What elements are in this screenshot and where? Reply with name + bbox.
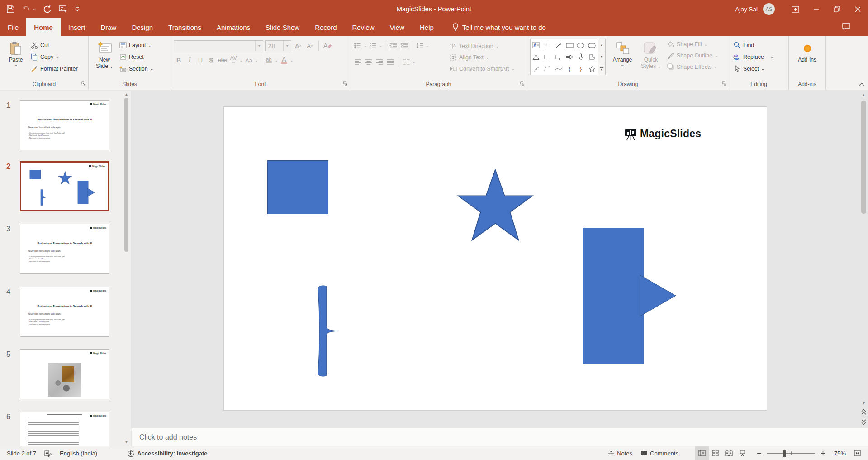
shape-tall-rectangle[interactable] <box>583 228 644 364</box>
shape-line-icon[interactable] <box>542 39 553 51</box>
shape-rectangle-icon[interactable] <box>564 39 575 51</box>
shrink-font-button[interactable]: A˅ <box>305 40 315 52</box>
tab-draw[interactable]: Draw <box>93 18 124 36</box>
increase-indent-button[interactable] <box>399 40 409 52</box>
bullets-chevron[interactable]: ⌄ <box>364 44 367 48</box>
collapse-ribbon-icon[interactable] <box>859 80 864 88</box>
line-spacing-button[interactable] <box>415 40 425 52</box>
slide-scroll-thumb[interactable] <box>861 101 866 214</box>
font-name-dropdown-chevron[interactable]: ▾ <box>255 41 263 51</box>
slide-scroll-up-icon[interactable]: ▲ <box>860 91 867 98</box>
gallery-scroll-up-icon[interactable]: ▲ <box>598 39 605 51</box>
highlight-color-button[interactable]: ab <box>264 54 274 66</box>
slide-thumbnail-3[interactable]: MagicSlides Professional Presentations i… <box>20 224 109 274</box>
tab-record[interactable]: Record <box>307 18 344 36</box>
addins-button[interactable]: Add-ins <box>792 39 823 79</box>
user-name[interactable]: Ajay Sai <box>735 6 758 13</box>
shape-curve-icon[interactable] <box>553 63 564 75</box>
tab-review[interactable]: Review <box>345 18 382 36</box>
paste-button[interactable]: Paste ⌄ <box>3 39 29 79</box>
new-slide-button[interactable]: New Slide ⌄ <box>91 39 118 79</box>
zoom-slider[interactable] <box>767 453 815 454</box>
slide-scrollbar[interactable]: ▲ ▼ <box>860 91 867 427</box>
tab-animations[interactable]: Animations <box>209 18 258 36</box>
quick-styles-chevron[interactable]: ⌄ <box>657 64 661 69</box>
new-slide-dropdown-chevron[interactable]: ⌄ <box>109 64 113 69</box>
customize-qat-icon[interactable] <box>75 3 80 15</box>
section-dropdown-chevron[interactable]: ⌄ <box>150 67 154 71</box>
select-button[interactable]: Select ⌄ <box>732 63 774 74</box>
text-direction-button[interactable]: A Text Direction ⌄ <box>448 41 516 51</box>
slide-sorter-view-button[interactable] <box>709 446 722 460</box>
numbering-button[interactable] <box>368 40 378 52</box>
font-color-button[interactable]: A <box>279 54 289 66</box>
tab-insert[interactable]: Insert <box>61 18 93 36</box>
comments-toggle[interactable]: Comments <box>636 446 683 460</box>
start-slideshow-icon[interactable] <box>59 3 68 15</box>
highlight-color-chevron[interactable]: ⌄ <box>275 58 278 62</box>
shape-rectangle[interactable] <box>267 160 328 214</box>
slideshow-view-button[interactable] <box>736 446 749 460</box>
tell-me-box[interactable]: Tell me what you want to do <box>452 18 546 36</box>
shape-triangle-icon[interactable] <box>531 51 542 63</box>
justify-button[interactable] <box>385 56 395 68</box>
underline-button[interactable]: U <box>195 54 205 66</box>
shape-scribble-icon[interactable] <box>531 63 542 75</box>
shape-right-brace-icon[interactable]: } <box>575 63 587 75</box>
clipboard-dialog-launcher-icon[interactable] <box>81 81 86 87</box>
thumb-scroll-up-icon[interactable]: ▲ <box>123 91 129 97</box>
copy-button[interactable]: Copy ⌄ <box>29 52 79 62</box>
shape-right-arrow-icon[interactable] <box>564 51 575 63</box>
previous-slide-button[interactable] <box>860 407 867 417</box>
tab-view[interactable]: View <box>382 18 412 36</box>
format-painter-button[interactable]: Format Painter <box>29 63 79 74</box>
layout-button[interactable]: Layout ⌄ <box>118 40 155 50</box>
shape-elbow-connector-icon[interactable] <box>542 51 553 63</box>
layout-dropdown-chevron[interactable]: ⌄ <box>148 43 152 47</box>
line-spacing-chevron[interactable]: ⌄ <box>426 44 429 48</box>
change-case-button[interactable]: Aa <box>244 54 254 66</box>
next-slide-button[interactable] <box>860 417 867 426</box>
font-size-dropdown-chevron[interactable]: ▾ <box>283 41 291 51</box>
thumb-scroll-thumb[interactable] <box>124 98 128 252</box>
avatar[interactable]: AS <box>763 3 775 15</box>
columns-chevron[interactable]: ⌄ <box>412 60 416 64</box>
shape-effects-chevron[interactable]: ⌄ <box>714 65 718 69</box>
spellcheck-icon[interactable] <box>40 446 56 460</box>
language-indicator[interactable]: English (India) <box>56 446 101 460</box>
text-direction-chevron[interactable]: ⌄ <box>496 44 499 48</box>
slide-canvas[interactable]: MagicSlides <box>223 106 767 411</box>
shape-right-brace[interactable] <box>316 285 338 377</box>
close-button[interactable] <box>847 0 868 18</box>
shape-arrow-icon[interactable] <box>553 39 564 51</box>
undo-icon[interactable] <box>22 3 36 15</box>
shape-star[interactable] <box>456 169 534 244</box>
copy-dropdown-chevron[interactable]: ⌄ <box>56 55 59 59</box>
align-right-button[interactable] <box>375 56 384 68</box>
text-shadow-button[interactable]: S <box>206 54 216 66</box>
tab-transitions[interactable]: Transitions <box>161 18 209 36</box>
ribbon-display-options-icon[interactable] <box>785 0 806 18</box>
shape-arc-icon[interactable] <box>542 63 553 75</box>
shape-star-icon[interactable] <box>586 63 598 75</box>
shape-left-brace-icon[interactable]: { <box>564 63 575 75</box>
align-left-button[interactable] <box>353 56 363 68</box>
character-spacing-button[interactable]: AV↔ <box>228 54 238 66</box>
minimize-button[interactable] <box>806 0 826 18</box>
align-center-button[interactable] <box>364 56 374 68</box>
thumbnail-scrollbar[interactable]: ▲ ▼ <box>123 91 129 446</box>
slide-scroll-down-icon[interactable]: ▼ <box>860 399 867 406</box>
align-text-button[interactable]: Align Text ⌄ <box>448 52 516 62</box>
notes-pane[interactable]: Click to add notes <box>132 428 868 446</box>
gallery-more-icon[interactable]: ▼ <box>598 63 605 75</box>
quick-styles-button[interactable]: Quick Styles ⌄ <box>639 39 663 79</box>
reading-view-button[interactable] <box>722 446 736 460</box>
paragraph-dialog-launcher-icon[interactable] <box>520 81 525 87</box>
font-dialog-launcher-icon[interactable] <box>343 81 347 87</box>
clear-formatting-button[interactable]: A <box>323 40 333 52</box>
character-spacing-chevron[interactable]: ⌄ <box>239 58 243 62</box>
arrange-button[interactable]: Arrange ⌄ <box>608 39 636 79</box>
shape-fill-button[interactable]: Shape Fill ⌄ <box>665 39 720 49</box>
paste-dropdown-chevron[interactable]: ⌄ <box>14 63 18 67</box>
shape-elbow-arrow-connector-icon[interactable] <box>553 51 564 63</box>
